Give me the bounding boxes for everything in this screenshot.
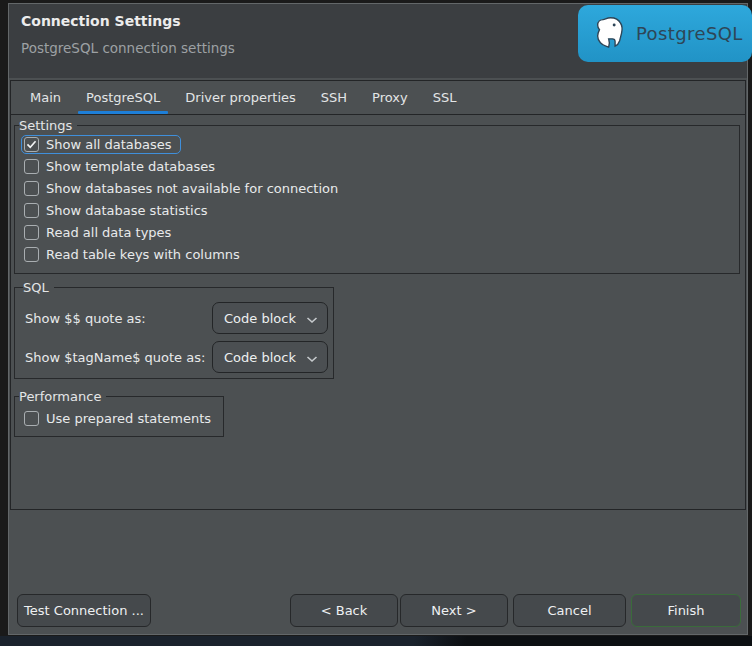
tab-driver-properties[interactable]: Driver properties [183,81,297,114]
dropdown-value: Code block [224,350,296,365]
sql-setting-row: Show $tagName$ quote as:Code block [25,341,328,373]
checkbox-rowbox: Read table keys with columns [21,245,249,264]
dropdown-show-quote-as[interactable]: Code block [212,302,328,334]
sql-rows: Show $$ quote as:Code blockShow $tagName… [25,302,328,373]
chevron-down-icon [306,309,318,328]
checkbox-label[interactable]: Read table keys with columns [46,247,240,262]
performance-group-title: Performance [19,389,106,404]
checkbox-label[interactable]: Show template databases [46,159,215,174]
tab-ssh[interactable]: SSH [319,81,349,114]
tab-main[interactable]: Main [28,81,63,114]
back-button[interactable]: < Back [290,594,398,627]
desktop-background: Connection Settings PostgreSQL connectio… [0,0,752,646]
checkbox-rowbox: Read all data types [21,223,180,242]
dropdown-value: Code block [224,311,296,326]
checkbox-show-template-databases[interactable] [24,159,39,174]
checkbox-rowbox: Show all databases [21,135,181,154]
cancel-button[interactable]: Cancel [513,594,626,627]
checkbox-show-database-statistics[interactable] [24,203,39,218]
background-window-edge [0,636,752,646]
tab-proxy[interactable]: Proxy [370,81,410,114]
checked-checkbox-show-all-databases[interactable] [24,137,39,152]
test-connection-button[interactable]: Test Connection ... [17,594,151,627]
dropdown-label: Show $tagName$ quote as: [25,350,205,365]
checkbox-row-read-table-keys-with-columns[interactable]: Read table keys with columns [21,243,739,265]
checkbox-label[interactable]: Show database statistics [46,203,208,218]
sql-group-title: SQL [23,280,54,295]
checkbox-rowbox: Use prepared statements [21,409,220,428]
checkbox-read-table-keys-with-columns[interactable] [24,247,39,262]
checkbox-show-databases-not-available-for-connection[interactable] [24,181,39,196]
performance-group: Performance Use prepared statements [14,389,224,437]
tab-ssl[interactable]: SSL [431,81,459,114]
checkbox-row-read-all-data-types[interactable]: Read all data types [21,221,739,243]
chevron-down-icon [306,348,318,367]
sql-group: SQL Show $$ quote as:Code blockShow $tag… [14,280,334,379]
checkbox-row-show-all-databases[interactable]: Show all databases [21,133,739,155]
checkbox-label[interactable]: Read all data types [46,225,171,240]
finish-button[interactable]: Finish [631,594,741,627]
dialog-subtitle: PostgreSQL connection settings [21,40,235,56]
dialog-title: Connection Settings [21,13,181,29]
postgresql-logo-text: PostgreSQL [636,23,743,44]
checkbox-rowbox: Show databases not available for connect… [21,179,347,198]
tab-page-postgresql: Settings Show all databasesShow template… [11,116,745,509]
postgresql-logo: PostgreSQL [578,5,752,62]
checkbox-row-show-template-databases[interactable]: Show template databases [21,155,739,177]
next-button[interactable]: Next > [400,594,508,627]
settings-checkbox-list: Show all databasesShow template database… [21,133,739,265]
checkbox-row-show-database-statistics[interactable]: Show database statistics [21,199,739,221]
performance-checkbox-list: Use prepared statements [21,407,223,429]
checkbox-row-show-databases-not-available-for-connection[interactable]: Show databases not available for connect… [21,177,739,199]
checkbox-read-all-data-types[interactable] [24,225,39,240]
checkbox-label[interactable]: Use prepared statements [46,411,211,426]
checkbox-rowbox: Show template databases [21,157,224,176]
tab-folder: MainPostgreSQLDriver propertiesSSHProxyS… [10,80,746,510]
sql-setting-row: Show $$ quote as:Code block [25,302,328,334]
connection-settings-dialog: Connection Settings PostgreSQL connectio… [8,3,748,635]
checkbox-label[interactable]: Show all databases [46,137,172,152]
checkbox-rowbox: Show database statistics [21,201,217,220]
dropdown-show-tagname-quote-as[interactable]: Code block [212,341,328,373]
settings-group: Settings Show all databasesShow template… [14,118,740,274]
checkbox-label[interactable]: Show databases not available for connect… [46,181,338,196]
checkbox-row-use-prepared-statements[interactable]: Use prepared statements [21,407,223,429]
dropdown-label: Show $$ quote as: [25,311,146,326]
checkbox-use-prepared-statements[interactable] [24,411,39,426]
postgresql-elephant-icon [594,15,627,52]
settings-group-title: Settings [19,118,77,133]
tab-postgresql[interactable]: PostgreSQL [84,81,162,114]
tab-bar: MainPostgreSQLDriver propertiesSSHProxyS… [11,81,745,115]
